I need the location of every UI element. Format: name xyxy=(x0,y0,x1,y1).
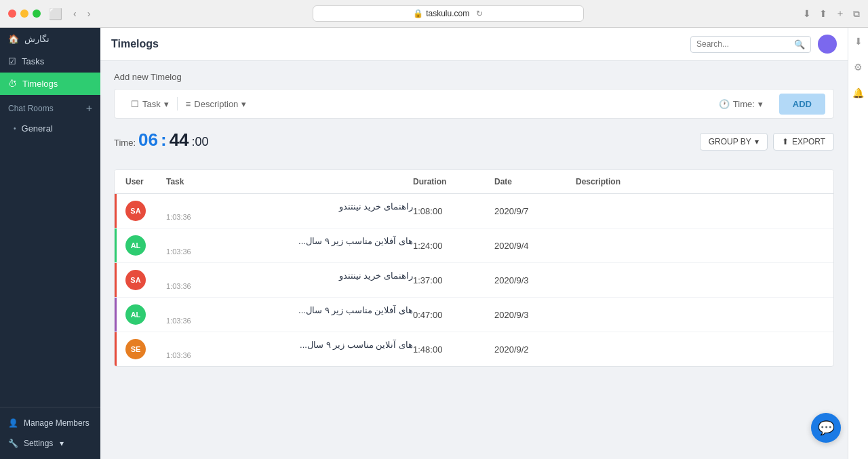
task-sub: 1:03:36 xyxy=(166,351,413,359)
right-sidebar-settings-icon[interactable]: ⚙ xyxy=(851,59,865,75)
sidebar-item-timelogs[interactable]: ⏱ Timelogs xyxy=(0,73,100,95)
user-cell: AL xyxy=(125,235,166,256)
members-icon: 👤 xyxy=(8,418,18,428)
time-dropdown-icon: ▾ xyxy=(758,99,763,109)
time-icon: 🕐 xyxy=(719,99,730,109)
window-chrome: ⬜ ‹ › 🔒 taskulu.com ↻ ⬇ ⬆ ＋ ⧉ xyxy=(0,0,868,28)
export-icon: ⬆ xyxy=(782,137,789,146)
page-title: Timelogs xyxy=(111,38,159,50)
export-button[interactable]: ⬆ EXPORT xyxy=(773,133,834,151)
close-button[interactable] xyxy=(8,9,16,18)
description-label: Description xyxy=(194,99,238,109)
back-button[interactable]: ‹ xyxy=(71,7,79,20)
manage-members-button[interactable]: 👤 Manage Members xyxy=(0,413,100,433)
sidebar-toggle-icon[interactable]: ⬜ xyxy=(49,7,62,20)
main-content: Timelogs 🔍 Add new Timelog ☐ xyxy=(100,28,848,459)
download-icon[interactable]: ⬇ xyxy=(803,8,811,19)
lock-icon: 🔒 xyxy=(413,9,423,18)
maximize-button[interactable] xyxy=(33,9,41,18)
description-icon: ≡ xyxy=(186,99,191,109)
group-by-label: GROUP BY xyxy=(709,137,751,146)
add-timelog-button[interactable]: ADD xyxy=(779,94,825,115)
task-cell: های آفلاین مناسب زیر ۹ سال... 1:03:36 xyxy=(166,236,413,256)
content-area: Add new Timelog ☐ Task ▾ ≡ Description ▾ xyxy=(100,61,848,459)
duration-cell: 1:37:00 xyxy=(413,275,494,285)
sidebar-item-general[interactable]: General xyxy=(0,119,100,138)
time-label: Time: xyxy=(733,99,755,109)
time-field[interactable]: 🕐 Time: ▾ xyxy=(711,89,771,118)
search-icon: 🔍 xyxy=(794,39,805,49)
date-cell: 2020/9/3 xyxy=(494,275,576,285)
task-dropdown-icon: ▾ xyxy=(164,99,169,109)
user-cell: AL xyxy=(125,304,166,325)
right-sidebar-filter-icon[interactable]: ⬇ xyxy=(852,33,865,49)
col-duration: Duration xyxy=(413,177,494,186)
manage-members-label: Manage Members xyxy=(24,418,90,428)
user-cell: SA xyxy=(125,270,166,290)
group-by-button[interactable]: GROUP BY ▾ xyxy=(700,133,768,151)
topbar: Timelogs 🔍 xyxy=(100,28,848,61)
duration-cell: 1:08:00 xyxy=(413,206,494,216)
new-tab-icon[interactable]: ＋ xyxy=(835,7,845,20)
time-display: Time: 06 : 44 :00 xyxy=(114,129,209,151)
user-avatar[interactable] xyxy=(818,35,837,54)
date-cell: 2020/9/4 xyxy=(494,241,576,251)
sidebar-item-tasks[interactable]: ☑ Tasks xyxy=(0,50,100,73)
time-hours: 06 xyxy=(138,129,158,151)
row-accent xyxy=(115,263,117,297)
sidebar: 🏠 نگارش ☑ Tasks ⏱ Timelogs Chat Rooms + … xyxy=(0,28,100,459)
group-by-chevron: ▾ xyxy=(755,137,759,146)
user-avatar-3: AL xyxy=(125,304,146,325)
tabs-icon[interactable]: ⧉ xyxy=(853,8,860,20)
timelog-table: User Task Duration Date Description SA ر… xyxy=(114,169,834,367)
add-timelog-row: ☐ Task ▾ ≡ Description ▾ 🕐 Time: ▾ xyxy=(114,89,834,119)
table-row[interactable]: AL های آفلاین مناسب زیر ۹ سال... 1:03:36… xyxy=(115,298,833,332)
task-sub: 1:03:36 xyxy=(166,247,413,256)
task-name: های آنلاین مناسب زیر ۹ سال... xyxy=(166,340,413,350)
task-name: های آفلاین مناسب زیر ۹ سال... xyxy=(166,236,413,246)
settings-label: Settings xyxy=(24,439,53,448)
address-bar[interactable]: 🔒 taskulu.com ↻ xyxy=(313,5,584,22)
reload-icon[interactable]: ↻ xyxy=(476,9,483,18)
time-display-label: Time: xyxy=(114,138,136,148)
chat-bubble-button[interactable]: 💬 xyxy=(811,413,841,443)
description-field[interactable]: ≡ Description ▾ xyxy=(178,89,255,118)
task-cell: راهنمای خرید نینتندو 1:03:36 xyxy=(166,201,413,221)
right-sidebar-bell-icon[interactable]: 🔔 xyxy=(850,85,867,101)
table-body: SA راهنمای خرید نینتندو 1:03:36 1:08:00 … xyxy=(115,194,833,366)
table-row[interactable]: SA راهنمای خرید نینتندو 1:03:36 1:08:00 … xyxy=(115,194,833,228)
add-chat-room-button[interactable]: + xyxy=(86,103,92,114)
table-actions: GROUP BY ▾ ⬆ EXPORT xyxy=(700,133,834,151)
minimize-button[interactable] xyxy=(20,9,28,18)
sidebar-item-home[interactable]: 🏠 نگارش xyxy=(0,28,100,50)
row-accent xyxy=(115,332,117,366)
sidebar-bottom: 👤 Manage Members 🔧 Settings ▾ xyxy=(0,407,100,459)
table-row[interactable]: SA راهنمای خرید نینتندو 1:03:36 1:37:00 … xyxy=(115,263,833,298)
table-row[interactable]: AL های آفلاین مناسب زیر ۹ سال... 1:03:36… xyxy=(115,228,833,263)
chat-rooms-label: Chat Rooms xyxy=(8,104,54,113)
table-header: User Task Duration Date Description xyxy=(115,170,833,194)
settings-icon: 🔧 xyxy=(8,439,18,448)
task-field[interactable]: ☐ Task ▾ xyxy=(123,89,177,118)
task-cell: راهنمای خرید نینتندو 1:03:36 xyxy=(166,271,413,290)
user-avatar-1: AL xyxy=(125,235,146,256)
traffic-lights xyxy=(8,9,41,18)
add-timelog-label[interactable]: Add new Timelog xyxy=(114,72,834,82)
forward-button[interactable]: › xyxy=(85,7,94,20)
row-accent xyxy=(115,228,117,262)
task-field-icon: ☐ xyxy=(131,99,139,109)
settings-button[interactable]: 🔧 Settings ▾ xyxy=(0,433,100,454)
duration-cell: 1:24:00 xyxy=(413,241,494,251)
sidebar-section-chat: Chat Rooms + xyxy=(0,98,100,119)
user-cell: SE xyxy=(125,339,166,359)
task-name: های آفلاین مناسب زیر ۹ سال... xyxy=(166,305,413,315)
share-icon[interactable]: ⬆ xyxy=(819,8,827,19)
col-description: Description xyxy=(576,177,823,186)
search-box[interactable]: 🔍 xyxy=(690,36,811,53)
task-sub: 1:03:36 xyxy=(166,282,413,290)
task-cell: های آنلاین مناسب زیر ۹ سال... 1:03:36 xyxy=(166,340,413,359)
table-row[interactable]: SE های آنلاین مناسب زیر ۹ سال... 1:03:36… xyxy=(115,332,833,366)
time-seconds: :00 xyxy=(192,135,209,149)
task-sub: 1:03:36 xyxy=(166,213,413,221)
search-input[interactable] xyxy=(696,39,791,49)
